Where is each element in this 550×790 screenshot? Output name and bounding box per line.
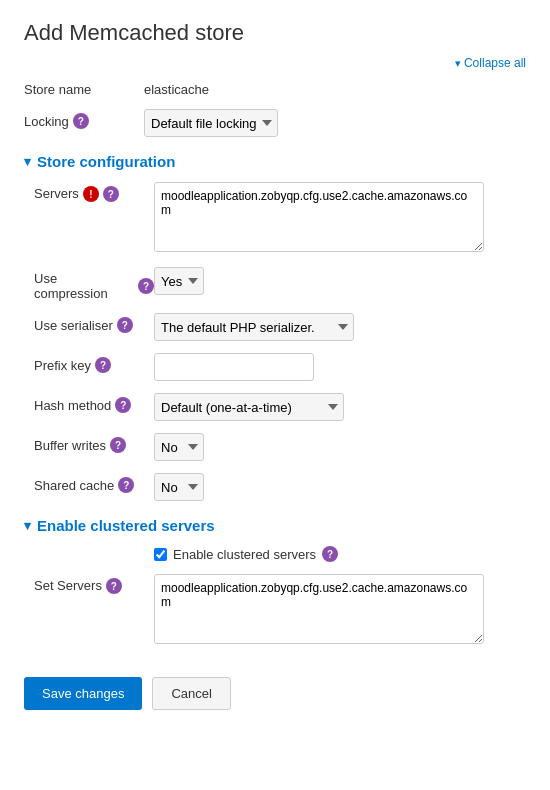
hash-method-label: Hash method: [34, 398, 111, 413]
use-compression-select[interactable]: Yes No: [154, 267, 204, 295]
servers-error-icon[interactable]: !: [83, 186, 99, 202]
locking-select[interactable]: Default file locking: [144, 109, 278, 137]
enable-clustered-checkbox[interactable]: [154, 548, 167, 561]
prefix-key-label: Prefix key: [34, 358, 91, 373]
servers-label: Servers: [34, 186, 79, 201]
collapse-all-link[interactable]: Collapse all: [455, 56, 526, 70]
save-button[interactable]: Save changes: [24, 677, 142, 710]
use-compression-help-icon[interactable]: ?: [138, 278, 154, 294]
use-serialiser-select[interactable]: The default PHP serializer.: [154, 313, 354, 341]
clustered-chevron: ▾: [24, 518, 31, 533]
servers-help-icon[interactable]: ?: [103, 186, 119, 202]
cancel-button[interactable]: Cancel: [152, 677, 230, 710]
enable-clustered-help-icon[interactable]: ?: [322, 546, 338, 562]
enable-clustered-row: Enable clustered servers ?: [154, 546, 526, 562]
use-compression-label: Use compression: [34, 271, 134, 301]
servers-textarea[interactable]: [154, 182, 484, 252]
buffer-writes-label: Buffer writes: [34, 438, 106, 453]
clustered-body: Enable clustered servers ? Set Servers ?: [24, 546, 526, 647]
store-config-title: Store configuration: [37, 153, 175, 170]
shared-cache-help-icon[interactable]: ?: [118, 477, 134, 493]
store-name-label: Store name: [24, 82, 91, 97]
enable-clustered-checkbox-label: Enable clustered servers: [173, 547, 316, 562]
buffer-writes-help-icon[interactable]: ?: [110, 437, 126, 453]
store-name-value: elasticache: [144, 78, 209, 97]
store-config-body: Servers ! ? Use compression ? Yes No Use…: [24, 182, 526, 501]
clustered-section-header[interactable]: ▾ Enable clustered servers: [24, 517, 526, 534]
prefix-key-input[interactable]: [154, 353, 314, 381]
hash-method-help-icon[interactable]: ?: [115, 397, 131, 413]
shared-cache-select[interactable]: No Yes: [154, 473, 204, 501]
locking-label: Locking: [24, 114, 69, 129]
set-servers-textarea[interactable]: [154, 574, 484, 644]
use-serialiser-label: Use serialiser: [34, 318, 113, 333]
clustered-section-title: Enable clustered servers: [37, 517, 215, 534]
button-row: Save changes Cancel: [24, 667, 526, 710]
page-title: Add Memcached store: [24, 20, 526, 46]
store-config-section-header[interactable]: ▾ Store configuration: [24, 153, 526, 170]
shared-cache-label: Shared cache: [34, 478, 114, 493]
locking-help-icon[interactable]: ?: [73, 113, 89, 129]
set-servers-help-icon[interactable]: ?: [106, 578, 122, 594]
set-servers-label: Set Servers: [34, 578, 102, 593]
store-config-chevron: ▾: [24, 154, 31, 169]
prefix-key-help-icon[interactable]: ?: [95, 357, 111, 373]
buffer-writes-select[interactable]: No Yes: [154, 433, 204, 461]
hash-method-select[interactable]: Default (one-at-a-time): [154, 393, 344, 421]
use-serialiser-help-icon[interactable]: ?: [117, 317, 133, 333]
